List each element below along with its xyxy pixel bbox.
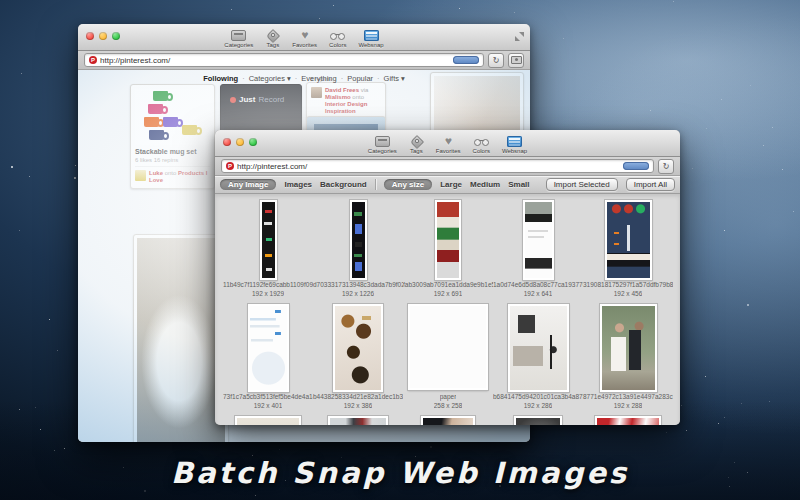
- close-button[interactable]: [223, 138, 231, 146]
- nav-item[interactable]: Gifts ▾: [384, 74, 405, 83]
- star: [29, 176, 30, 177]
- image-thumbnail-cell[interactable]: d7033317313948c3dada7b9f029c10b8192 x 12…: [313, 200, 403, 298]
- nav-item[interactable]: Everything: [301, 74, 336, 83]
- nav-item[interactable]: Popular: [347, 74, 373, 83]
- thumbnail-interior[interactable]: [508, 304, 569, 392]
- zoom-button[interactable]: [249, 138, 257, 146]
- snapped-images-panel: 11b49c7f1192fe69cabb1109f0929e192 x 1929…: [215, 194, 680, 425]
- thumbnail-strip-a[interactable]: [260, 200, 277, 280]
- toolbar-item-favorites[interactable]: Favorites: [292, 30, 317, 48]
- image-thumbnail-cell[interactable]: [223, 416, 313, 425]
- pinterest-nav[interactable]: Following·Categories ▾·Everything·Popula…: [78, 70, 530, 83]
- address-field[interactable]: P http://pinterest.com/: [84, 53, 484, 67]
- toolbar-item-colors[interactable]: Colors: [473, 136, 490, 154]
- pin-card-mugs[interactable]: Stackable mug set 6 likes 16 repins Luke…: [130, 84, 215, 189]
- toolbar-item-label: Websnap: [502, 148, 527, 154]
- star: [724, 417, 725, 418]
- url-bar: P http://pinterest.com/ ↻: [78, 51, 530, 70]
- snapshot-button[interactable]: [508, 53, 524, 68]
- filter-any-size[interactable]: Any size: [384, 179, 432, 190]
- image-thumbnail-cell[interactable]: [493, 416, 583, 425]
- filter-small[interactable]: Small: [508, 180, 529, 189]
- zoom-button[interactable]: [112, 32, 120, 40]
- star: [255, 495, 256, 496]
- star: [750, 85, 751, 86]
- star: [319, 18, 320, 19]
- avatar: [311, 87, 322, 98]
- nav-item[interactable]: Following: [203, 74, 238, 83]
- avatar: [135, 170, 146, 181]
- toolbar: CategoriesTagsFavoritesColorsWebsnap: [224, 30, 383, 50]
- star: [64, 448, 65, 449]
- import-all-button[interactable]: Import All: [626, 178, 675, 191]
- thumbnail-interior-red[interactable]: [328, 416, 388, 425]
- toolbar-item-categories[interactable]: Categories: [224, 30, 253, 48]
- desktop: CategoriesTagsFavoritesColorsWebsnap P h…: [0, 0, 800, 500]
- thumbnail-strip-b[interactable]: [350, 200, 367, 280]
- reload-button[interactable]: ↻: [488, 53, 504, 68]
- thumbnail-web-green[interactable]: [523, 200, 554, 280]
- image-thumbnail-cell[interactable]: 11b49c7f1192fe69cabb1109f0929e192 x 1929: [223, 200, 313, 298]
- toolbar-item-categories[interactable]: Categories: [368, 136, 397, 154]
- star: [650, 110, 651, 111]
- pin-card-attribution[interactable]: David Frees via Mialismo onto Interior D…: [306, 82, 386, 120]
- titlebar[interactable]: CategoriesTagsFavoritesColorsWebsnap: [215, 130, 680, 157]
- image-thumbnail-cell[interactable]: [313, 416, 403, 425]
- thumbnail-paper[interactable]: [408, 304, 488, 390]
- reload-button[interactable]: ↻: [658, 159, 674, 174]
- thumbnail-filename: 8771e4972c13a91e4497a283c1912194: [583, 393, 673, 401]
- toolbar-item-colors[interactable]: Colors: [329, 30, 346, 48]
- image-thumbnail-cell[interactable]: b6841475d94201c01ca3b4a875c90c9e8192 x 2…: [493, 304, 583, 410]
- thumbnail-filename: 1a0d74e6d5d8a08c77ca19377094a6bd: [493, 281, 583, 289]
- image-thumbnail-cell[interactable]: [583, 416, 673, 425]
- star: [231, 9, 232, 10]
- thumbnail-filename: b4438258334d21e82a1dec1b373fb338: [313, 393, 403, 401]
- minimize-button[interactable]: [236, 138, 244, 146]
- titlebar[interactable]: CategoriesTagsFavoritesColorsWebsnap: [78, 24, 530, 51]
- image-thumbnail-cell[interactable]: paper258 x 258: [403, 304, 493, 410]
- filter-images[interactable]: Images: [284, 180, 312, 189]
- toolbar-item-favorites[interactable]: Favorites: [436, 136, 461, 154]
- window-controls[interactable]: [86, 32, 120, 40]
- filter-large[interactable]: Large: [440, 180, 462, 189]
- image-thumbnail-cell[interactable]: fab3009ab7091ea1dda9e9b1e5383f0e192 x 69…: [403, 200, 493, 298]
- filter-background[interactable]: Background: [320, 180, 367, 189]
- image-thumbnail-cell[interactable]: 73f1c7a5cb3f513fef5be4de4a1478b7192 x 40…: [223, 304, 313, 410]
- address-field[interactable]: P http://pinterest.com/: [221, 159, 654, 173]
- thumbnail-portrait-dark[interactable]: [514, 416, 562, 425]
- import-selected-button[interactable]: Import Selected: [546, 178, 618, 191]
- thumbnail-collage[interactable]: [435, 200, 461, 280]
- toolbar-item-label: Websnap: [358, 42, 383, 48]
- thumbnail-food[interactable]: [333, 304, 383, 392]
- image-thumbnail-cell[interactable]: 8771e4972c13a91e4497a283c1912194192 x 28…: [583, 304, 673, 410]
- fullscreen-icon[interactable]: [515, 32, 524, 41]
- toolbar-item-label: Colors: [473, 148, 490, 154]
- thumbnail-web-form[interactable]: [248, 304, 289, 392]
- thumbnail-wedding[interactable]: [600, 304, 657, 392]
- image-thumbnail-cell[interactable]: b4438258334d21e82a1dec1b373fb338192 x 38…: [313, 304, 403, 410]
- toolbar-item-websnap[interactable]: Websnap: [502, 136, 527, 154]
- browser-window-front[interactable]: CategoriesTagsFavoritesColorsWebsnap P h…: [215, 130, 680, 425]
- thumbnail-red-drapes[interactable]: [595, 416, 661, 425]
- star: [673, 1, 674, 2]
- image-thumbnail-cell[interactable]: 1a0d74e6d5d8a08c77ca19377094a6bd192 x 64…: [493, 200, 583, 298]
- window-controls[interactable]: [223, 138, 257, 146]
- filter-any-image[interactable]: Any Image: [220, 179, 276, 190]
- toolbar-item-websnap[interactable]: Websnap: [358, 30, 383, 48]
- image-thumbnail-cell[interactable]: 3190818175297f1a57ddfb79b8f96ec0192 x 45…: [583, 200, 673, 298]
- toolbar-item-tags[interactable]: Tags: [265, 30, 280, 48]
- star: [563, 38, 564, 39]
- thumbnail-filename: b6841475d94201c01ca3b4a875c90c9e8: [493, 393, 583, 401]
- thumbnail-hand[interactable]: [421, 416, 475, 425]
- toolbar-item-tags[interactable]: Tags: [409, 136, 424, 154]
- pin-attribution[interactable]: Luke onto Products I Love: [135, 170, 210, 184]
- thumbnail-photo-beige[interactable]: [235, 416, 301, 425]
- close-button[interactable]: [86, 32, 94, 40]
- image-thumbnail-cell[interactable]: [403, 416, 493, 425]
- thumbnail-infographic[interactable]: [605, 200, 652, 280]
- nav-item[interactable]: Categories ▾: [249, 74, 291, 83]
- record-dot-icon: [230, 97, 236, 103]
- filter-medium[interactable]: Medium: [470, 180, 500, 189]
- minimize-button[interactable]: [99, 32, 107, 40]
- favorites-icon: [297, 30, 312, 41]
